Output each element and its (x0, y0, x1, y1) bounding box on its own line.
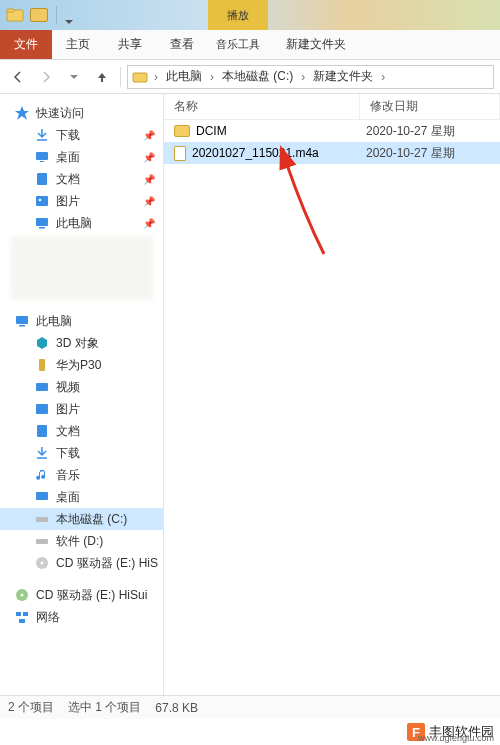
tab-share[interactable]: 共享 (104, 30, 156, 59)
file-date: 2020-10-27 星期 (360, 123, 500, 140)
pin-icon: 📌 (143, 196, 155, 207)
annotation-arrow (274, 154, 334, 267)
tree-label: 下载 (56, 445, 80, 462)
tree-label: 快速访问 (36, 105, 84, 122)
tree-label: 桌面 (56, 489, 80, 506)
phone-icon (34, 357, 50, 373)
tree-label: 本地磁盘 (C:) (56, 511, 127, 528)
svg-rect-13 (16, 316, 28, 324)
nav-back-button[interactable] (6, 65, 30, 89)
3d-icon (34, 335, 50, 351)
folder-icon (174, 125, 190, 137)
tree-item-downloads[interactable]: 下载 📌 (0, 124, 163, 146)
tab-file[interactable]: 文件 (0, 30, 52, 59)
svg-rect-21 (36, 539, 48, 544)
cd-icon (34, 555, 50, 571)
tree-label: 图片 (56, 193, 80, 210)
svg-rect-15 (39, 359, 45, 371)
chevron-right-icon[interactable]: › (379, 70, 387, 84)
video-icon (34, 379, 50, 395)
tab-context-music[interactable]: 播放 音乐工具 (208, 30, 268, 59)
svg-rect-12 (39, 227, 45, 229)
desktop-icon (34, 149, 50, 165)
document-icon (34, 171, 50, 187)
file-row-selected[interactable]: 20201027_115021.m4a 2020-10-27 星期 (164, 142, 500, 164)
tree-item-documents[interactable]: 文档 📌 (0, 168, 163, 190)
tree-label: 软件 (D:) (56, 533, 103, 550)
tree-item-downloads2[interactable]: 下载 (0, 442, 163, 464)
breadcrumb[interactable]: 此电脑 (162, 68, 206, 85)
pin-icon: 📌 (143, 218, 155, 229)
tree-item-pictures2[interactable]: 图片 (0, 398, 163, 420)
drive-icon (34, 533, 50, 549)
column-name[interactable]: 名称 (164, 94, 360, 119)
nav-tree: 快速访问 下载 📌 桌面 📌 文档 📌 图片 📌 (0, 94, 164, 695)
nav-forward-button[interactable] (34, 65, 58, 89)
tree-item-music[interactable]: 音乐 (0, 464, 163, 486)
file-list-pane: 名称 修改日期 DCIM 2020-10-27 星期 20201027_1150… (164, 94, 500, 695)
svg-rect-4 (133, 73, 147, 82)
tree-item-thispc-pinned[interactable]: 此电脑 📌 (0, 212, 163, 234)
music-icon (34, 467, 50, 483)
nav-recent-dropdown[interactable] (62, 65, 86, 89)
file-name: DCIM (196, 124, 227, 138)
tree-item-pictures[interactable]: 图片 📌 (0, 190, 163, 212)
file-row-folder[interactable]: DCIM 2020-10-27 星期 (164, 120, 500, 142)
svg-marker-5 (15, 106, 29, 120)
main-split: 快速访问 下载 📌 桌面 📌 文档 📌 图片 📌 (0, 94, 500, 695)
chevron-right-icon[interactable]: › (152, 70, 160, 84)
breadcrumb[interactable]: 新建文件夹 (309, 68, 377, 85)
tree-item-drive-d[interactable]: 软件 (D:) (0, 530, 163, 552)
pc-icon (14, 313, 30, 329)
addr-folder-icon (132, 69, 148, 85)
tree-item-documents2[interactable]: 文档 (0, 420, 163, 442)
tree-label: 视频 (56, 379, 80, 396)
chevron-right-icon[interactable]: › (208, 70, 216, 84)
svg-rect-8 (37, 173, 47, 185)
svg-rect-7 (40, 161, 44, 162)
tree-item-cd-e-root[interactable]: CD 驱动器 (E:) HiSui (0, 584, 163, 606)
tree-item-desktop2[interactable]: 桌面 (0, 486, 163, 508)
tree-item-phone[interactable]: 华为P30 (0, 354, 163, 376)
tree-label: CD 驱动器 (E:) HiS (56, 555, 158, 572)
nav-up-button[interactable] (90, 65, 114, 89)
address-bar[interactable]: › 此电脑 › 本地磁盘 (C:) › 新建文件夹 › (127, 65, 494, 89)
svg-rect-16 (36, 383, 48, 391)
network-icon (14, 609, 30, 625)
tree-quick-access[interactable]: 快速访问 (0, 102, 163, 124)
pin-icon: 📌 (143, 152, 155, 163)
tree-label: 文档 (56, 171, 80, 188)
status-item-count: 2 个项目 (8, 699, 54, 716)
svg-rect-26 (16, 612, 21, 616)
tree-label: 音乐 (56, 467, 80, 484)
qat-folder-icon[interactable] (30, 8, 48, 22)
pin-icon: 📌 (143, 174, 155, 185)
tab-home[interactable]: 主页 (52, 30, 104, 59)
tree-label: 文档 (56, 423, 80, 440)
tree-item-desktop[interactable]: 桌面 📌 (0, 146, 163, 168)
file-icon (174, 146, 186, 161)
desktop-icon (34, 489, 50, 505)
folder-sys-icon (6, 6, 24, 24)
tree-item-network[interactable]: 网络 (0, 606, 163, 628)
tree-item-drive-c[interactable]: 本地磁盘 (C:) (0, 508, 163, 530)
qat-separator (56, 6, 57, 24)
svg-rect-9 (36, 196, 48, 206)
quick-access-toolbar (30, 6, 73, 24)
tree-this-pc[interactable]: 此电脑 (0, 310, 163, 332)
tree-label: 网络 (36, 609, 60, 626)
blurred-placeholder (10, 236, 153, 300)
breadcrumb[interactable]: 本地磁盘 (C:) (218, 68, 297, 85)
context-play-label: 播放 (208, 0, 268, 30)
tree-item-videos[interactable]: 视频 (0, 376, 163, 398)
svg-point-23 (41, 562, 44, 565)
svg-rect-14 (19, 325, 25, 327)
column-date[interactable]: 修改日期 (360, 94, 500, 119)
tree-label: 此电脑 (56, 215, 92, 232)
tree-item-cd-e[interactable]: CD 驱动器 (E:) HiS (0, 552, 163, 574)
qat-dropdown-icon[interactable] (65, 13, 73, 17)
tree-item-3d[interactable]: 3D 对象 (0, 332, 163, 354)
svg-rect-6 (36, 152, 48, 160)
chevron-right-icon[interactable]: › (299, 70, 307, 84)
tab-view[interactable]: 查看 (156, 30, 208, 59)
